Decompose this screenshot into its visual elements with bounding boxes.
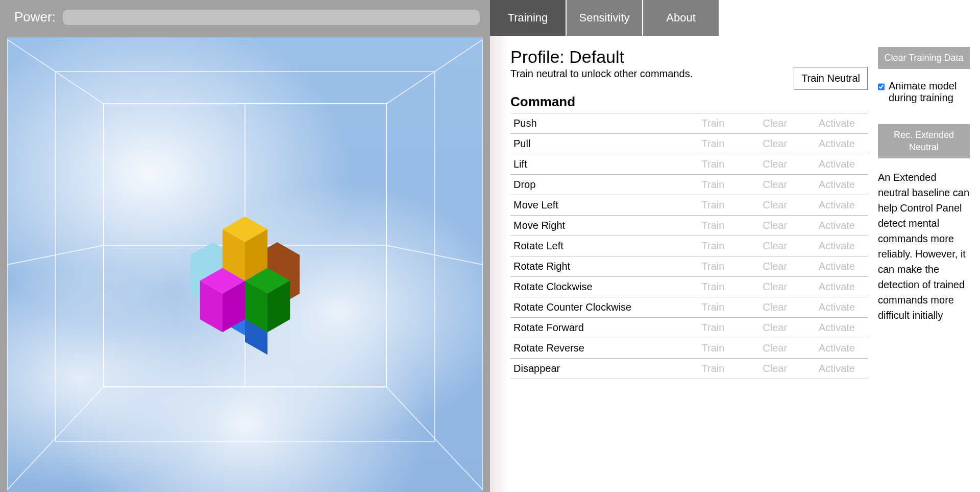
command-activate-button[interactable]: Activate <box>806 277 868 297</box>
command-row: Move LeftTrainClearActivate <box>510 195 868 216</box>
cube-yellow <box>223 217 267 281</box>
command-clear-button[interactable]: Clear <box>744 175 806 195</box>
command-activate-button[interactable]: Activate <box>806 175 868 195</box>
command-train-button[interactable]: Train <box>682 297 744 318</box>
command-train-button[interactable]: Train <box>682 318 744 338</box>
right-body: Profile: Default Train neutral to unlock… <box>490 36 980 492</box>
power-meter <box>63 10 480 25</box>
left-pane: Power: <box>0 0 490 492</box>
command-name: Rotate Clockwise <box>510 277 682 297</box>
command-clear-button[interactable]: Clear <box>744 113 806 134</box>
command-activate-button[interactable]: Activate <box>806 318 868 338</box>
command-name: Push <box>510 113 682 134</box>
command-row: Rotate Counter ClockwiseTrainClearActiva… <box>510 297 868 318</box>
cube-magenta <box>200 268 245 332</box>
command-activate-button[interactable]: Activate <box>806 359 868 379</box>
command-activate-button[interactable]: Activate <box>806 338 868 359</box>
tab-training[interactable]: Training <box>490 0 567 36</box>
command-name: Rotate Counter Clockwise <box>510 297 682 318</box>
main-column: Profile: Default Train neutral to unlock… <box>510 47 878 492</box>
command-clear-button[interactable]: Clear <box>744 297 806 318</box>
command-activate-button[interactable]: Activate <box>806 154 868 175</box>
command-activate-button[interactable]: Activate <box>806 256 868 277</box>
animate-label: Animate model during training <box>889 80 970 104</box>
command-name: Disappear <box>510 359 682 379</box>
command-clear-button[interactable]: Clear <box>744 134 806 154</box>
command-train-button[interactable]: Train <box>682 175 744 195</box>
clear-training-button[interactable]: Clear Training Data <box>878 47 970 69</box>
command-row: Move RightTrainClearActivate <box>510 216 868 236</box>
power-bar: Power: <box>0 0 490 32</box>
command-clear-button[interactable]: Clear <box>744 318 806 338</box>
command-train-button[interactable]: Train <box>682 134 744 154</box>
command-train-button[interactable]: Train <box>682 256 744 277</box>
command-train-button[interactable]: Train <box>682 154 744 175</box>
command-activate-button[interactable]: Activate <box>806 236 868 256</box>
command-name: Rotate Reverse <box>510 338 682 359</box>
animate-checkbox-row[interactable]: Animate model during training <box>878 80 970 104</box>
command-name: Move Right <box>510 216 682 236</box>
command-train-button[interactable]: Train <box>682 277 744 297</box>
right-pane: Training Sensitivity About Profile: Defa… <box>490 0 980 492</box>
3d-viewport[interactable] <box>7 37 483 492</box>
command-clear-button[interactable]: Clear <box>744 154 806 175</box>
command-header: Command <box>510 94 868 110</box>
command-train-button[interactable]: Train <box>682 359 744 379</box>
power-label: Power: <box>14 9 56 25</box>
command-name: Rotate Left <box>510 236 682 256</box>
command-clear-button[interactable]: Clear <box>744 216 806 236</box>
cube-green <box>245 268 290 332</box>
command-name: Move Left <box>510 195 682 216</box>
command-row: Rotate ReverseTrainClearActivate <box>510 338 868 359</box>
command-row: Rotate ForwardTrainClearActivate <box>510 318 868 338</box>
command-row: Rotate LeftTrainClearActivate <box>510 236 868 256</box>
command-name: Rotate Forward <box>510 318 682 338</box>
tab-about[interactable]: About <box>643 0 720 36</box>
command-activate-button[interactable]: Activate <box>806 134 868 154</box>
command-train-button[interactable]: Train <box>682 113 744 134</box>
command-activate-button[interactable]: Activate <box>806 195 868 216</box>
command-clear-button[interactable]: Clear <box>744 338 806 359</box>
scene-svg <box>7 37 483 492</box>
profile-row: Profile: Default Train neutral to unlock… <box>510 47 868 94</box>
viewport-wrap <box>0 32 490 492</box>
command-activate-button[interactable]: Activate <box>806 216 868 236</box>
command-name: Pull <box>510 134 682 154</box>
command-clear-button[interactable]: Clear <box>744 236 806 256</box>
command-train-button[interactable]: Train <box>682 216 744 236</box>
tabs: Training Sensitivity About <box>490 0 980 36</box>
command-train-button[interactable]: Train <box>682 236 744 256</box>
animate-checkbox[interactable] <box>878 83 885 91</box>
command-clear-button[interactable]: Clear <box>744 195 806 216</box>
profile-title: Profile: Default <box>510 47 693 67</box>
command-clear-button[interactable]: Clear <box>744 277 806 297</box>
command-row: Rotate ClockwiseTrainClearActivate <box>510 277 868 297</box>
command-train-button[interactable]: Train <box>682 195 744 216</box>
side-column: Clear Training Data Animate model during… <box>878 47 980 492</box>
command-row: PushTrainClearActivate <box>510 113 868 134</box>
profile-subtitle: Train neutral to unlock other commands. <box>510 68 693 80</box>
command-name: Lift <box>510 154 682 175</box>
command-train-button[interactable]: Train <box>682 338 744 359</box>
command-name: Rotate Right <box>510 256 682 277</box>
command-row: LiftTrainClearActivate <box>510 154 868 175</box>
tab-spacer <box>720 0 980 36</box>
command-clear-button[interactable]: Clear <box>744 256 806 277</box>
rec-extended-button[interactable]: Rec. Extended Neutral <box>878 124 970 158</box>
command-row: DropTrainClearActivate <box>510 175 868 195</box>
train-neutral-button[interactable]: Train Neutral <box>794 67 868 90</box>
command-name: Drop <box>510 175 682 195</box>
command-table: PushTrainClearActivatePullTrainClearActi… <box>510 113 868 379</box>
command-row: PullTrainClearActivate <box>510 134 868 154</box>
command-row: Rotate RightTrainClearActivate <box>510 256 868 277</box>
command-activate-button[interactable]: Activate <box>806 297 868 318</box>
command-activate-button[interactable]: Activate <box>806 113 868 134</box>
extended-description: An Extended neutral baseline can help Co… <box>878 170 970 323</box>
command-clear-button[interactable]: Clear <box>744 359 806 379</box>
cube-cluster <box>190 217 300 355</box>
tab-sensitivity[interactable]: Sensitivity <box>567 0 643 36</box>
command-row: DisappearTrainClearActivate <box>510 359 868 379</box>
